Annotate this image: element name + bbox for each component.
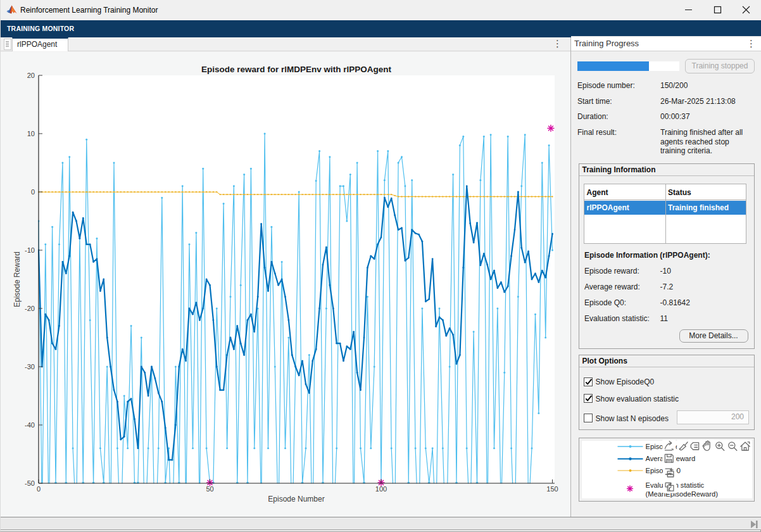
svg-text:100: 100	[375, 485, 387, 493]
svg-text:Episode reward for rlMDPEnv wi: Episode reward for rlMDPEnv with rlPPOAg…	[201, 65, 392, 74]
svg-text:-50: -50	[25, 479, 35, 487]
svg-text:50: 50	[206, 485, 213, 493]
svg-text:10: 10	[27, 130, 35, 137]
svg-text:0: 0	[37, 485, 41, 493]
svg-text:0: 0	[31, 188, 35, 196]
svg-text:20: 20	[27, 72, 35, 79]
svg-text:-20: -20	[25, 305, 35, 312]
svg-text:(MeanEpisodeReward): (MeanEpisodeReward)	[645, 490, 718, 497]
svg-text:-10: -10	[25, 246, 35, 254]
svg-text:-40: -40	[25, 421, 35, 429]
svg-text:Episode Reward: Episode Reward	[13, 251, 22, 307]
svg-text:Episode Number: Episode Number	[268, 495, 324, 504]
svg-text:-30: -30	[25, 363, 35, 370]
svg-text:150: 150	[546, 485, 558, 493]
